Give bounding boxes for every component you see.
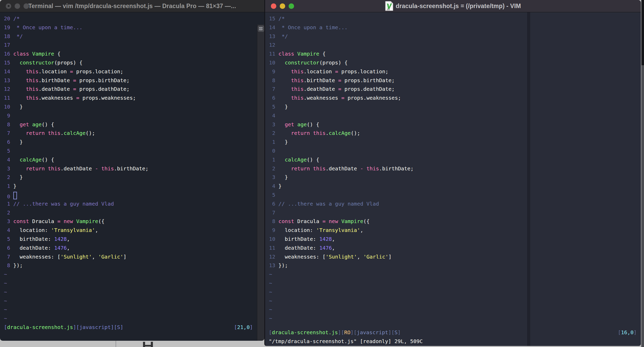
terminal-scrollbar[interactable] [257, 25, 264, 341]
code-token: calcAge [20, 157, 41, 163]
code-text: this.location = props.location; [13, 67, 123, 76]
code-token [275, 200, 278, 208]
code-token [10, 253, 13, 261]
code-text: birthDate: 1428, [13, 235, 70, 244]
code-text: this.weaknesses = props.weaknesses; [13, 94, 136, 103]
code-token: .location [303, 68, 335, 75]
code-token: dracula-screenshot.js [272, 329, 338, 336]
code-line: 18 */ [4, 32, 264, 41]
terminal-titlebar[interactable]: Terminal — vim /tmp/dracula-screenshot.j… [0, 0, 264, 12]
code-token [275, 14, 278, 23]
close-button[interactable] [271, 3, 276, 9]
code-token [10, 14, 13, 23]
code-token: = [338, 77, 341, 83]
code-line: 4 } [269, 182, 641, 191]
empty-buffer-tilde: ~ [4, 279, 264, 288]
code-token: calcAge [285, 157, 307, 163]
terminal-window: Terminal — vim /tmp/dracula-screenshot.j… [0, 0, 264, 341]
code-line: 2 return this.deathDate - this.birthDate… [269, 164, 641, 173]
statusline-ruler: [16,0] [618, 328, 637, 337]
code-text: return this.calcAge(); [13, 129, 95, 138]
zoom-button[interactable] [289, 3, 294, 9]
code-token: location: [278, 227, 316, 233]
line-number: 14 [269, 23, 275, 32]
line-number: 4 [4, 226, 10, 235]
code-token: .deathDate [38, 86, 73, 92]
code-token: /* [13, 15, 20, 22]
code-token: , [92, 254, 98, 260]
line-number: 6 [269, 94, 275, 103]
macvim-titlebar[interactable]: JS dracula-screenshot.js = (/private/tmp… [265, 0, 641, 12]
line-number: 2 [4, 173, 10, 182]
code-token: , [67, 236, 70, 242]
code-token [275, 208, 278, 217]
macvim-code-area[interactable]: 15 /*14 * Once upon a time...13 */12 11 … [265, 12, 641, 323]
code-token: ~ [269, 306, 272, 313]
code-token: ~ [269, 298, 272, 304]
code-text: calcAge() { [278, 155, 319, 164]
code-text: return this.deathDate - this.birthDate; [278, 164, 414, 173]
code-token: ] [398, 329, 401, 336]
code-token: ~ [269, 271, 272, 277]
code-token: } [13, 183, 16, 189]
line-number: 7 [269, 85, 275, 94]
code-token [275, 226, 278, 235]
code-token [13, 157, 20, 163]
code-token [278, 59, 285, 66]
background-window-edge [641, 0, 644, 347]
minimize-button[interactable] [280, 3, 285, 9]
macvim-traffic-lights [271, 0, 294, 12]
code-token: 1476 [319, 245, 332, 251]
code-text: return this.calcAge(); [278, 129, 360, 138]
close-button[interactable] [6, 3, 11, 9]
code-line: 1 } [4, 182, 264, 191]
code-token [98, 165, 101, 172]
code-token: . [61, 130, 64, 136]
code-token: calcAge [329, 130, 351, 136]
code-token: - [360, 165, 363, 172]
code-line: 3 } [269, 173, 641, 182]
code-token: this [48, 165, 61, 172]
code-token [275, 58, 278, 67]
code-token: , [67, 245, 70, 251]
terminal-code-area[interactable]: 20 /*19 * Once upon a time...18 */17 16 … [0, 12, 264, 323]
code-token: .weaknesses [38, 95, 76, 101]
code-token [10, 200, 13, 208]
line-number: 17 [4, 41, 10, 50]
code-token: Vampire [297, 51, 322, 57]
code-text: this.location = props.location; [278, 67, 388, 76]
minimize-button[interactable] [15, 3, 20, 9]
code-token [10, 138, 13, 147]
code-text: get age() { [13, 120, 54, 129]
code-token [275, 261, 278, 270]
code-token: this [291, 68, 303, 75]
code-token [10, 164, 13, 173]
code-token: 'Sunlight' [326, 254, 357, 260]
code-token: this [101, 165, 114, 172]
line-number: 16 [4, 50, 10, 58]
code-token: return [291, 165, 313, 172]
zoom-button[interactable] [23, 3, 29, 9]
code-token: this [291, 95, 303, 101]
code-token [275, 111, 278, 120]
code-token: Vampire [76, 218, 98, 224]
code-text: this.deathDate = props.deathDate; [278, 85, 395, 94]
code-token: 'Transylvania' [316, 227, 360, 233]
code-token: javascript [79, 324, 111, 330]
empty-buffer-tilde: ~ [4, 288, 264, 297]
code-token: birthDate: [278, 236, 319, 242]
code-token: = [341, 95, 344, 101]
code-text: } [278, 138, 288, 147]
code-text: weaknesses: ['Sunlight', 'Garlic'] [278, 253, 392, 261]
code-line: 13 */ [269, 32, 641, 41]
code-token: props.deathDate; [341, 86, 395, 92]
code-line: 15 /* [269, 14, 641, 23]
code-token: props.deathDate; [76, 86, 130, 92]
code-token [275, 41, 278, 50]
split-pane-button[interactable] [258, 26, 264, 32]
split-pane-icon [259, 29, 263, 30]
code-token [275, 120, 278, 129]
code-text: } [278, 103, 288, 111]
code-line: 3 const Dracula = new Vampire({ [4, 217, 264, 226]
code-token: { [323, 51, 326, 57]
